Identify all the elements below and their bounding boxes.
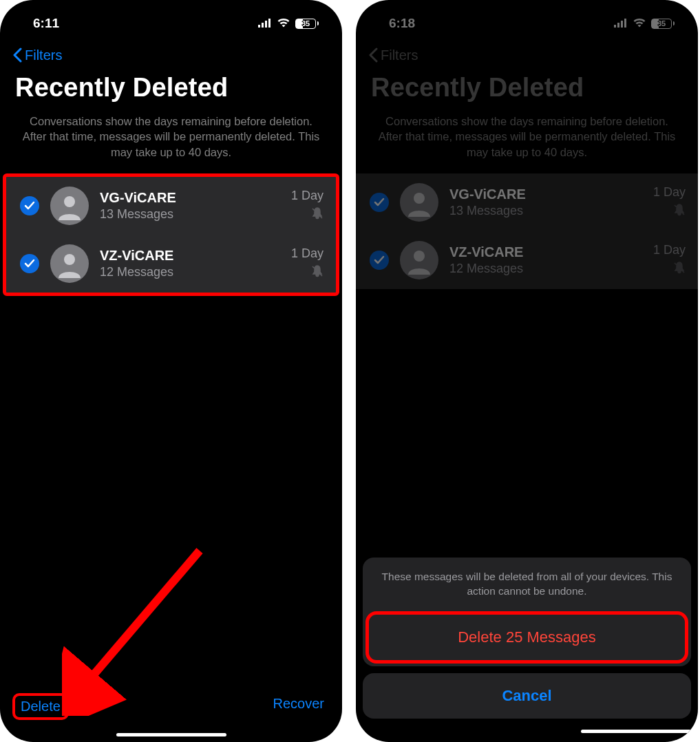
mute-icon — [311, 207, 324, 222]
svg-point-5 — [64, 254, 75, 265]
cellular-icon — [258, 16, 272, 31]
selection-check-icon[interactable] — [20, 254, 39, 273]
svg-rect-0 — [258, 25, 260, 28]
battery-icon: 35 — [651, 19, 675, 29]
conversation-text: VG-ViCARE 13 Messages — [449, 187, 642, 218]
status-right: 35 — [258, 16, 319, 31]
mute-icon — [673, 262, 686, 277]
conversation-row[interactable]: VZ-ViCARE 12 Messages 1 Day — [6, 235, 336, 293]
action-sheet-group: These messages will be deleted from all … — [363, 558, 691, 666]
status-time: 6:11 — [33, 16, 59, 31]
phone-right: 6:18 35 Filters Recently Deleted Co — [356, 0, 698, 742]
svg-rect-9 — [617, 23, 619, 28]
conversation-sub: 13 Messages — [100, 207, 280, 222]
home-indicator[interactable] — [116, 733, 226, 736]
conversation-right: 1 Day — [291, 189, 324, 222]
avatar-icon — [400, 183, 438, 222]
svg-point-4 — [64, 196, 75, 207]
status-bar: 6:18 35 — [356, 0, 698, 37]
page-title: Recently Deleted — [0, 69, 342, 109]
conversation-text: VZ-ViCARE 12 Messages — [449, 244, 642, 276]
days-remaining: 1 Day — [653, 185, 686, 200]
conversation-row[interactable]: VG-ViCARE 13 Messages 1 Day — [6, 177, 336, 235]
status-bar: 6:11 35 — [0, 0, 342, 37]
conversation-sub: 12 Messages — [100, 265, 280, 279]
svg-rect-11 — [624, 19, 626, 28]
page-subtitle: Conversations show the days remaining be… — [0, 109, 342, 173]
svg-rect-8 — [614, 25, 616, 28]
conversation-list: VG-ViCARE 13 Messages 1 Day — [356, 173, 698, 289]
content-area: 6:11 35 Filters Recently Deleted Co — [0, 0, 342, 296]
back-button: Filters — [381, 47, 418, 63]
nav-bar: Filters — [356, 37, 698, 69]
conversation-right: 1 Day — [291, 246, 324, 280]
svg-point-12 — [414, 193, 425, 204]
wifi-icon — [277, 16, 290, 31]
back-button[interactable]: Filters — [25, 47, 62, 63]
cellular-icon — [614, 16, 628, 31]
conversation-text: VZ-ViCARE 12 Messages — [100, 248, 280, 279]
selection-check-icon — [370, 251, 389, 270]
svg-rect-3 — [268, 19, 271, 28]
battery-icon: 35 — [295, 19, 319, 29]
svg-rect-2 — [265, 21, 267, 28]
conversation-row: VZ-ViCARE 12 Messages 1 Day — [356, 231, 698, 289]
conversation-list: VG-ViCARE 13 Messages 1 Day — [3, 173, 339, 296]
action-sheet: These messages will be deleted from all … — [363, 558, 691, 736]
conversation-sub: 13 Messages — [449, 204, 642, 218]
action-sheet-message: These messages will be deleted from all … — [363, 558, 691, 611]
conversation-name: VG-ViCARE — [100, 190, 280, 206]
wifi-icon — [633, 16, 646, 31]
delete-messages-button[interactable]: Delete 25 Messages — [365, 611, 688, 664]
mute-icon — [311, 265, 324, 280]
conversation-name: VG-ViCARE — [449, 187, 642, 202]
days-remaining: 1 Day — [653, 243, 686, 257]
conversation-right: 1 Day — [653, 185, 686, 219]
svg-point-13 — [414, 251, 425, 262]
delete-button[interactable]: Delete — [12, 693, 69, 720]
avatar-icon — [400, 241, 438, 279]
mute-icon — [673, 204, 686, 219]
days-remaining: 1 Day — [291, 189, 324, 203]
content-area: 6:18 35 Filters Recently Deleted Co — [356, 0, 698, 289]
phone-left: 6:11 35 Filters Recently Deleted Co — [0, 0, 342, 742]
conversation-right: 1 Day — [653, 243, 686, 277]
conversation-text: VG-ViCARE 13 Messages — [100, 190, 280, 222]
page-title: Recently Deleted — [356, 69, 698, 109]
conversation-row: VG-ViCARE 13 Messages 1 Day — [356, 173, 698, 231]
conversation-name: VZ-ViCARE — [449, 244, 642, 260]
selection-check-icon[interactable] — [20, 196, 39, 215]
back-chevron-icon[interactable] — [12, 47, 22, 63]
recover-button[interactable]: Recover — [273, 696, 324, 717]
selection-check-icon — [370, 193, 389, 212]
cancel-button[interactable]: Cancel — [363, 673, 691, 719]
nav-bar: Filters — [0, 37, 342, 69]
avatar-icon — [50, 187, 89, 225]
status-right: 35 — [614, 16, 675, 31]
svg-rect-1 — [262, 23, 264, 28]
page-subtitle: Conversations show the days remaining be… — [356, 109, 698, 173]
home-indicator[interactable] — [581, 730, 691, 733]
status-time: 6:18 — [389, 16, 415, 31]
days-remaining: 1 Day — [291, 246, 324, 261]
bottom-toolbar: Delete Recover — [0, 689, 342, 728]
svg-line-7 — [79, 551, 200, 692]
conversation-sub: 12 Messages — [449, 262, 642, 276]
svg-rect-10 — [621, 21, 623, 28]
avatar-icon — [50, 244, 89, 283]
back-chevron-icon — [368, 47, 378, 63]
conversation-name: VZ-ViCARE — [100, 248, 280, 264]
